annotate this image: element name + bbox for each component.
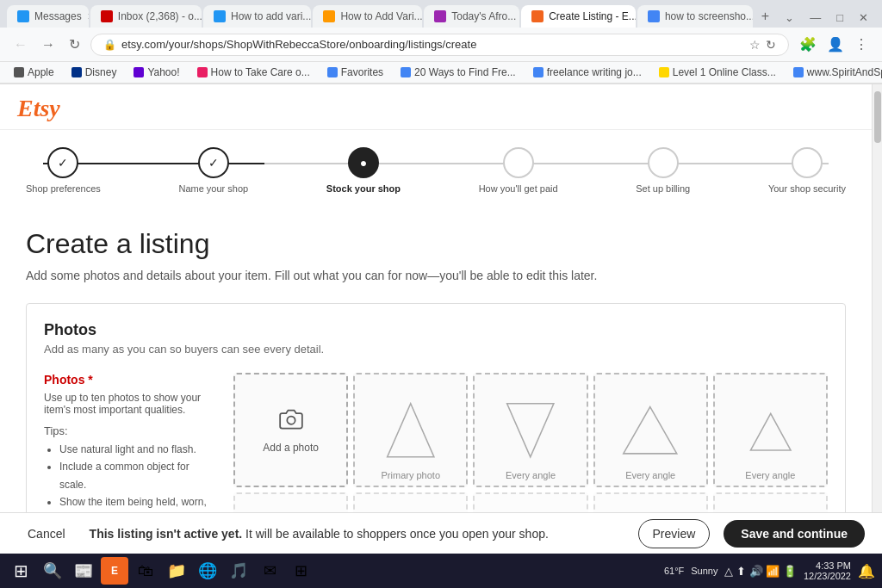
step-stock-your-shop[interactable]: ● Stock your shop — [326, 147, 401, 194]
browser-chrome: Messages ✕ Inbox (2,368) - o... ✕ How to… — [0, 0, 882, 84]
step-shop-security[interactable]: Your shop security — [768, 147, 846, 194]
listing-status-detail: It will be available to shoppers once yo… — [242, 527, 549, 541]
progress-section: ✓ Shop preferences ✓ Name your shop ● St… — [0, 130, 872, 207]
photo-slot-angle1[interactable]: Every angle — [473, 373, 587, 487]
progress-steps: ✓ Shop preferences ✓ Name your shop ● St… — [26, 147, 846, 194]
add-photo-slot[interactable]: Add a photo — [233, 373, 348, 487]
bookmark-favorites[interactable]: Favorites — [324, 65, 387, 80]
bookmark-favicon — [401, 67, 411, 77]
photo-label-primary: Primary photo — [382, 470, 440, 480]
step-circle: ✓ — [47, 147, 78, 178]
close-browser-button[interactable]: ✕ — [852, 8, 875, 28]
listing-status-main: This listing isn't active yet. — [90, 527, 243, 541]
photo-label-angle3: Every angle — [745, 470, 795, 480]
new-tab-button[interactable]: + — [755, 5, 776, 28]
sync-icon: ↻ — [766, 38, 776, 52]
bookmark-freelance[interactable]: freelance writing jo... — [530, 65, 645, 80]
etsy-logo[interactable]: Etsy — [17, 95, 854, 122]
tab-inbox[interactable]: Inbox (2,368) - o... ✕ — [90, 5, 202, 28]
taskbar-date-display: 12/23/2022 — [804, 571, 851, 581]
bookmark-favicon — [659, 67, 669, 77]
preview-button[interactable]: Preview — [638, 519, 711, 548]
tab-todays-afro[interactable]: Today's Afro... ✕ — [424, 5, 519, 28]
tab-close[interactable]: ✕ — [87, 11, 89, 22]
taskbar-folder[interactable]: 📁 — [163, 557, 190, 585]
bookmark-star-icon[interactable]: ☆ — [749, 38, 761, 52]
scrollbar-thumb[interactable] — [874, 91, 881, 143]
tab-favicon — [17, 10, 29, 22]
bookmark-label: Favorites — [341, 66, 383, 78]
taskbar-chrome[interactable]: E — [101, 557, 128, 585]
step-name-your-shop[interactable]: ✓ Name your shop — [178, 147, 248, 194]
step-shop-preferences[interactable]: ✓ Shop preferences — [26, 147, 101, 194]
taskbar-spotify[interactable]: 🎵 — [225, 557, 252, 585]
back-button[interactable]: ← — [10, 35, 31, 54]
step-how-get-paid[interactable]: How you'll get paid — [479, 147, 558, 194]
page-title: Create a listing — [26, 228, 846, 260]
bookmark-apple[interactable]: Apple — [10, 65, 58, 80]
address-bar[interactable]: 🔒 etsy.com/your/shops/ShopWithRebeccaSto… — [90, 34, 789, 56]
tab-label: Messages — [34, 10, 82, 22]
photo-label-angle2: Every angle — [625, 470, 675, 480]
save-continue-button[interactable]: Save and continue — [724, 520, 865, 548]
tab-favicon — [323, 10, 335, 22]
svg-marker-3 — [624, 406, 677, 453]
photos-hint: Use up to ten photos to show your item's… — [44, 392, 216, 416]
taskbar-apps[interactable]: ⊞ — [287, 557, 314, 585]
photo-slot-primary[interactable]: Primary photo — [353, 373, 468, 487]
tab-label: how to screensho... — [665, 10, 753, 22]
small-triangle-icon — [737, 397, 804, 464]
taskbar-search[interactable]: 🔍 — [39, 557, 66, 585]
tab-bar: Messages ✕ Inbox (2,368) - o... ✕ How to… — [0, 0, 882, 28]
reload-button[interactable]: ↻ — [65, 34, 84, 54]
taskbar-store[interactable]: 🛍 — [132, 557, 159, 585]
restore-button[interactable]: □ — [829, 8, 850, 28]
step-circle: ✓ — [198, 147, 229, 178]
bookmark-level1[interactable]: Level 1 Online Class... — [655, 65, 780, 80]
bookmark-yahoo[interactable]: Yahoo! — [130, 65, 183, 80]
taskbar-edge[interactable]: 🌐 — [194, 557, 221, 585]
tab-create-listing[interactable]: Create Listing - E... ✕ — [521, 5, 636, 28]
bookmark-label: How to Take Care o... — [211, 66, 310, 78]
cancel-button[interactable]: Cancel — [17, 520, 76, 548]
taskbar-mail[interactable]: ✉ — [256, 557, 283, 585]
taskbar-clock[interactable]: 4:33 PM 12/23/2022 — [804, 560, 851, 581]
extensions-button[interactable]: 🧩 — [796, 33, 820, 56]
profile-button[interactable]: 👤 — [823, 33, 848, 56]
taskbar-icons: 🔍 📰 E 🛍 📁 🌐 🎵 ✉ ⊞ — [39, 557, 314, 585]
bookmark-label: Level 1 Online Class... — [673, 66, 776, 78]
tab-list-button[interactable]: ⌄ — [778, 8, 801, 28]
bookmark-spirit[interactable]: www.SpiritAndSpar... — [790, 65, 882, 80]
tab-add-variations[interactable]: How to add vari... ✕ — [203, 5, 311, 28]
photo-slot-angle2[interactable]: Every angle — [593, 373, 708, 487]
step-circle: ● — [348, 147, 379, 178]
forward-button[interactable]: → — [38, 35, 59, 54]
cone-icon — [377, 397, 444, 464]
tab-label: How to add vari... — [231, 10, 311, 22]
start-button[interactable]: ⊞ — [7, 557, 35, 585]
photo-slot-angle3[interactable]: Every angle — [713, 373, 828, 487]
bookmark-disney[interactable]: Disney — [68, 65, 121, 80]
svg-marker-1 — [388, 404, 434, 457]
tab-messages[interactable]: Messages ✕ — [7, 5, 89, 28]
bookmark-favicon — [134, 67, 144, 77]
camera-icon — [279, 407, 303, 436]
bookmarks-bar: Apple Disney Yahoo! How to Take Care o..… — [0, 62, 882, 84]
tab-favicon — [214, 10, 226, 22]
taskbar-tray: 61°F Sunny △ ⬆ 🔊 📶 🔋 4:33 PM 12/23/2022 … — [664, 560, 875, 581]
bookmark-label: Apple — [28, 66, 54, 78]
bookmark-care[interactable]: How to Take Care o... — [194, 65, 314, 80]
bookmark-favicon — [327, 67, 338, 77]
menu-button[interactable]: ⋮ — [851, 33, 872, 56]
minimize-button[interactable]: — — [803, 8, 828, 28]
notification-icon[interactable]: 🔔 — [858, 563, 875, 579]
tab-how-to-add-vars2[interactable]: How to Add Vari... ✕ — [313, 5, 422, 28]
tip-item: Include a common object for scale. — [59, 458, 216, 493]
step-label: Your shop security — [768, 183, 846, 194]
taskbar-widgets[interactable]: 📰 — [70, 557, 97, 585]
step-label: Stock your shop — [326, 183, 401, 194]
bookmark-20ways[interactable]: 20 Ways to Find Fre... — [397, 65, 519, 80]
step-set-up-billing[interactable]: Set up billing — [636, 147, 690, 194]
lock-icon: 🔒 — [103, 39, 116, 51]
tab-how-to-screenshot[interactable]: how to screensho... ✕ — [637, 5, 753, 28]
